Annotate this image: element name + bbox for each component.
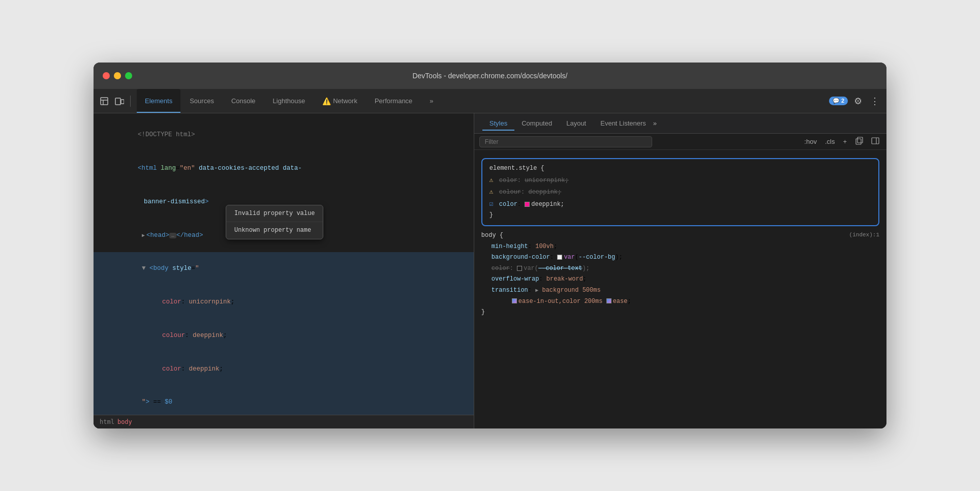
- minimize-button[interactable]: [114, 72, 121, 79]
- tooltip-box: Invalid property value Unknown property …: [226, 205, 323, 239]
- css-prop-colour-deeppink: ⚠ colour: deeppink;: [489, 186, 871, 198]
- body-open-line[interactable]: ▼ <body style=": [94, 252, 474, 286]
- settings-icon[interactable]: ⚙: [852, 94, 864, 109]
- body-color-strikethrough: color: var(--color-text);: [481, 263, 879, 274]
- tab-event-listeners[interactable]: Event Listeners: [593, 116, 653, 130]
- tab-elements[interactable]: Elements: [137, 89, 180, 113]
- ease-swatch-2[interactable]: [606, 298, 611, 303]
- main-content: <!DOCTYPE html> <html lang="en" data-coo…: [94, 113, 886, 428]
- inspect-icon[interactable]: [99, 96, 110, 107]
- body-prop-color-line: color: unicornpink;: [94, 286, 474, 319]
- svg-rect-0: [101, 98, 108, 105]
- tab-network[interactable]: ⚠️ Network: [314, 89, 365, 113]
- left-panel: <!DOCTYPE html> <html lang="en" data-coo…: [94, 113, 474, 428]
- body-transition-ease: ease-in-out,color 200ms ease;: [481, 296, 879, 308]
- css-prop-unicornpink: ⚠ color: unicornpink;: [489, 174, 871, 187]
- add-rule-button[interactable]: +: [841, 137, 849, 146]
- svg-rect-6: [858, 137, 863, 143]
- element-style-closing: }: [489, 210, 871, 221]
- style-actions: :hov .cls +: [802, 136, 881, 147]
- styles-toolbar: :hov .cls +: [474, 134, 886, 150]
- cls-button[interactable]: .cls: [823, 137, 837, 146]
- source-link[interactable]: (index):1: [849, 230, 879, 240]
- copy-styles-icon[interactable]: [853, 136, 865, 147]
- styles-content[interactable]: element.style { ⚠ color: unicornpink; ⚠ …: [474, 150, 886, 428]
- network-warning-icon: ⚠️: [322, 97, 331, 105]
- chat-icon: 💬: [833, 98, 840, 104]
- html-tag-line: <html lang="en" data-cookies-accepted da…: [94, 152, 474, 186]
- tab-icons-group: [99, 96, 131, 107]
- element-style-box: element.style { ⚠ color: unicornpink; ⚠ …: [481, 158, 879, 226]
- styles-tab-bar: Styles Computed Layout Event Listeners »: [474, 113, 886, 134]
- element-style-selector: element.style {: [489, 163, 871, 174]
- body-min-height: min-height: 100vh;: [481, 241, 879, 253]
- svg-rect-5: [856, 139, 861, 144]
- traffic-lights: [103, 72, 132, 79]
- devtools-tab-bar: Elements Sources Console Lighthouse ⚠️ N…: [94, 89, 886, 113]
- breadcrumb-html[interactable]: html: [100, 418, 114, 425]
- body-prop-colour-line: colour: deeppink;: [94, 319, 474, 353]
- tab-layout[interactable]: Layout: [559, 116, 593, 130]
- css-prop-color-deeppink: ☑ color: deeppink;: [489, 198, 871, 210]
- tab-more[interactable]: »: [421, 89, 441, 113]
- body-background-color: background-color: var(--color-bg);: [481, 252, 879, 263]
- tab-computed[interactable]: Computed: [514, 116, 559, 130]
- title-bar: DevTools - developer.chrome.com/docs/dev…: [94, 63, 886, 89]
- maximize-button[interactable]: [125, 72, 132, 79]
- tab-styles[interactable]: Styles: [482, 116, 514, 130]
- color-swatch-black[interactable]: [517, 266, 522, 271]
- svg-rect-4: [121, 100, 124, 104]
- chat-badge[interactable]: 💬 2: [829, 97, 848, 105]
- tab-extras: 💬 2 ⚙ ⋮: [829, 94, 881, 109]
- dom-tree[interactable]: <!DOCTYPE html> <html lang="en" data-coo…: [94, 113, 474, 415]
- more-options-icon[interactable]: ⋮: [868, 94, 881, 109]
- warning-icon-2: ⚠: [489, 188, 494, 196]
- svg-rect-3: [115, 98, 120, 105]
- tab-lighthouse[interactable]: Lighthouse: [265, 89, 314, 113]
- doctype-line: <!DOCTYPE html>: [94, 118, 474, 152]
- body-overflow-wrap: overflow-wrap: break-word;: [481, 274, 879, 285]
- devtools-window: DevTools - developer.chrome.com/docs/dev…: [94, 63, 886, 428]
- styles-tab-more[interactable]: »: [653, 119, 657, 127]
- filter-input[interactable]: [479, 136, 652, 147]
- tooltip-item-1: Invalid property value: [226, 205, 323, 222]
- body-prop-color2-line: color: deeppink;: [94, 352, 474, 386]
- breadcrumb-body[interactable]: body: [117, 418, 132, 425]
- toggle-sidebar-icon[interactable]: [869, 136, 881, 147]
- tooltip-item-2: Unknown property name: [226, 222, 323, 238]
- warning-icon-1: ⚠: [489, 176, 494, 184]
- close-button[interactable]: [103, 72, 110, 79]
- body-selector-line: body { (index):1: [481, 230, 879, 241]
- tooltip-container: Invalid property value Unknown property …: [226, 205, 323, 239]
- body-transition: transition: ▶ background 500ms: [481, 285, 879, 296]
- body-closing: }: [481, 307, 879, 318]
- hov-button[interactable]: :hov: [802, 137, 819, 146]
- body-close-line: "> == $0: [94, 386, 474, 415]
- right-panel: Styles Computed Layout Event Listeners »…: [474, 113, 886, 428]
- window-title: DevTools - developer.chrome.com/docs/dev…: [412, 72, 567, 80]
- breadcrumb: html body: [94, 415, 474, 428]
- tab-sources[interactable]: Sources: [181, 89, 222, 113]
- body-css-section: body { (index):1 min-height: 100vh; back…: [474, 229, 886, 319]
- ease-swatch[interactable]: [512, 298, 517, 303]
- color-swatch-deeppink[interactable]: [525, 202, 530, 207]
- tab-console[interactable]: Console: [223, 89, 264, 113]
- check-icon[interactable]: ☑: [489, 200, 494, 208]
- device-icon[interactable]: [114, 96, 125, 107]
- svg-rect-7: [872, 138, 879, 144]
- tab-performance[interactable]: Performance: [366, 89, 420, 113]
- bg-color-swatch[interactable]: [557, 255, 562, 260]
